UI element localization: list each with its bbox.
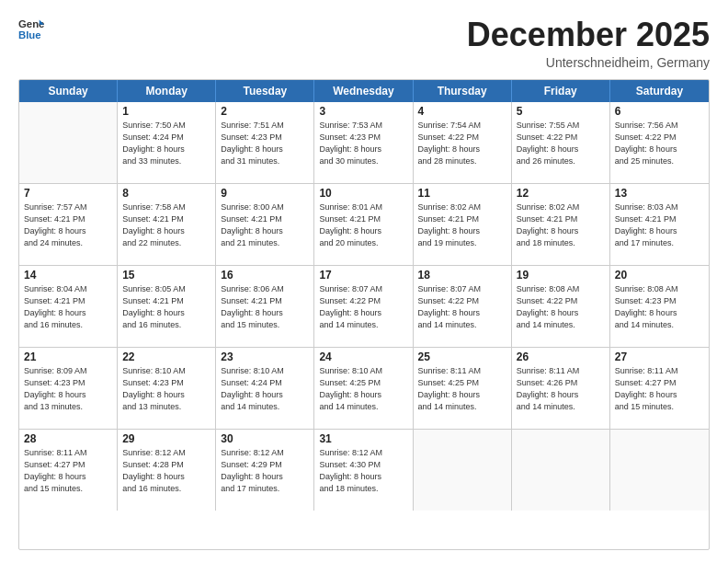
day-info: Sunrise: 7:57 AM Sunset: 4:21 PM Dayligh… — [24, 201, 112, 249]
day-number: 27 — [615, 350, 704, 363]
day-cell-empty — [610, 430, 709, 511]
day-number: 26 — [517, 350, 605, 363]
day-number: 17 — [319, 269, 407, 282]
day-cell-empty — [414, 430, 512, 511]
day-number: 11 — [418, 187, 506, 200]
day-info: Sunrise: 8:10 AM Sunset: 4:23 PM Dayligh… — [122, 365, 210, 413]
day-info: Sunrise: 8:11 AM Sunset: 4:27 PM Dayligh… — [24, 447, 112, 495]
day-cell-21: 21Sunrise: 8:09 AM Sunset: 4:23 PM Dayli… — [19, 348, 118, 429]
day-info: Sunrise: 8:11 AM Sunset: 4:25 PM Dayligh… — [418, 365, 506, 413]
calendar-week-2: 7Sunrise: 7:57 AM Sunset: 4:21 PM Daylig… — [19, 184, 709, 266]
day-number: 2 — [221, 105, 309, 118]
day-number: 8 — [122, 187, 210, 200]
day-number: 7 — [24, 187, 112, 200]
header: General Blue December 2025 Unterschneidh… — [18, 17, 710, 70]
day-info: Sunrise: 8:10 AM Sunset: 4:25 PM Dayligh… — [319, 365, 407, 413]
day-cell-9: 9Sunrise: 8:00 AM Sunset: 4:21 PM Daylig… — [216, 184, 314, 265]
svg-text:Blue: Blue — [18, 29, 41, 40]
day-cell-empty — [19, 102, 118, 183]
day-number: 10 — [319, 187, 407, 200]
calendar-body: 1Sunrise: 7:50 AM Sunset: 4:24 PM Daylig… — [19, 102, 709, 511]
day-info: Sunrise: 7:56 AM Sunset: 4:22 PM Dayligh… — [615, 120, 704, 167]
day-cell-31: 31Sunrise: 8:12 AM Sunset: 4:30 PM Dayli… — [314, 430, 413, 511]
calendar-week-3: 14Sunrise: 8:04 AM Sunset: 4:21 PM Dayli… — [19, 266, 709, 348]
day-info: Sunrise: 8:02 AM Sunset: 4:21 PM Dayligh… — [517, 201, 605, 249]
header-day-wednesday: Wednesday — [314, 80, 413, 102]
day-cell-27: 27Sunrise: 8:11 AM Sunset: 4:27 PM Dayli… — [610, 348, 709, 429]
day-cell-8: 8Sunrise: 7:58 AM Sunset: 4:21 PM Daylig… — [118, 184, 216, 265]
day-number: 18 — [418, 269, 506, 282]
day-cell-18: 18Sunrise: 8:07 AM Sunset: 4:22 PM Dayli… — [414, 266, 512, 347]
day-number: 22 — [122, 350, 210, 363]
header-day-tuesday: Tuesday — [216, 80, 314, 102]
day-info: Sunrise: 8:02 AM Sunset: 4:21 PM Dayligh… — [418, 201, 506, 249]
day-cell-23: 23Sunrise: 8:10 AM Sunset: 4:24 PM Dayli… — [216, 348, 314, 429]
day-info: Sunrise: 8:08 AM Sunset: 4:23 PM Dayligh… — [615, 283, 704, 331]
day-number: 12 — [517, 187, 605, 200]
day-info: Sunrise: 7:50 AM Sunset: 4:24 PM Dayligh… — [122, 120, 210, 167]
day-cell-19: 19Sunrise: 8:08 AM Sunset: 4:22 PM Dayli… — [512, 266, 610, 347]
day-cell-6: 6Sunrise: 7:56 AM Sunset: 4:22 PM Daylig… — [610, 102, 709, 183]
header-day-sunday: Sunday — [19, 80, 118, 102]
day-cell-10: 10Sunrise: 8:01 AM Sunset: 4:21 PM Dayli… — [314, 184, 413, 265]
day-number: 4 — [418, 105, 506, 118]
day-info: Sunrise: 8:12 AM Sunset: 4:29 PM Dayligh… — [221, 447, 309, 495]
day-number: 23 — [221, 350, 309, 363]
day-number: 30 — [221, 432, 309, 445]
logo-icon: General Blue — [18, 17, 44, 42]
day-info: Sunrise: 8:00 AM Sunset: 4:21 PM Dayligh… — [221, 201, 309, 249]
day-number: 14 — [24, 269, 112, 282]
day-number: 24 — [319, 350, 407, 363]
day-number: 25 — [418, 350, 506, 363]
day-info: Sunrise: 8:04 AM Sunset: 4:21 PM Dayligh… — [24, 283, 112, 331]
day-info: Sunrise: 8:06 AM Sunset: 4:21 PM Dayligh… — [221, 283, 309, 331]
day-number: 28 — [24, 432, 112, 445]
day-number: 16 — [221, 269, 309, 282]
day-cell-5: 5Sunrise: 7:55 AM Sunset: 4:22 PM Daylig… — [512, 102, 610, 183]
day-info: Sunrise: 8:05 AM Sunset: 4:21 PM Dayligh… — [122, 283, 210, 331]
day-cell-3: 3Sunrise: 7:53 AM Sunset: 4:23 PM Daylig… — [314, 102, 413, 183]
day-info: Sunrise: 7:51 AM Sunset: 4:23 PM Dayligh… — [221, 120, 309, 167]
day-cell-15: 15Sunrise: 8:05 AM Sunset: 4:21 PM Dayli… — [118, 266, 216, 347]
day-cell-25: 25Sunrise: 8:11 AM Sunset: 4:25 PM Dayli… — [414, 348, 512, 429]
day-number: 15 — [122, 269, 210, 282]
day-number: 13 — [615, 187, 704, 200]
day-cell-29: 29Sunrise: 8:12 AM Sunset: 4:28 PM Dayli… — [118, 430, 216, 511]
day-cell-14: 14Sunrise: 8:04 AM Sunset: 4:21 PM Dayli… — [19, 266, 118, 347]
day-number: 21 — [24, 350, 112, 363]
day-cell-12: 12Sunrise: 8:02 AM Sunset: 4:21 PM Dayli… — [512, 184, 610, 265]
day-info: Sunrise: 8:09 AM Sunset: 4:23 PM Dayligh… — [24, 365, 112, 413]
header-day-saturday: Saturday — [610, 80, 709, 102]
day-info: Sunrise: 8:12 AM Sunset: 4:30 PM Dayligh… — [319, 447, 407, 495]
calendar-week-4: 21Sunrise: 8:09 AM Sunset: 4:23 PM Dayli… — [19, 348, 709, 430]
day-cell-30: 30Sunrise: 8:12 AM Sunset: 4:29 PM Dayli… — [216, 430, 314, 511]
header-day-monday: Monday — [118, 80, 216, 102]
day-cell-1: 1Sunrise: 7:50 AM Sunset: 4:24 PM Daylig… — [118, 102, 216, 183]
day-number: 6 — [615, 105, 704, 118]
day-info: Sunrise: 8:07 AM Sunset: 4:22 PM Dayligh… — [319, 283, 407, 331]
day-number: 3 — [319, 105, 407, 118]
day-cell-11: 11Sunrise: 8:02 AM Sunset: 4:21 PM Dayli… — [414, 184, 512, 265]
month-title: December 2025 — [467, 17, 710, 53]
day-cell-16: 16Sunrise: 8:06 AM Sunset: 4:21 PM Dayli… — [216, 266, 314, 347]
day-info: Sunrise: 8:10 AM Sunset: 4:24 PM Dayligh… — [221, 365, 309, 413]
location-subtitle: Unterschneidheim, Germany — [467, 55, 710, 70]
calendar-header: SundayMondayTuesdayWednesdayThursdayFrid… — [19, 80, 709, 102]
day-cell-17: 17Sunrise: 8:07 AM Sunset: 4:22 PM Dayli… — [314, 266, 413, 347]
day-number: 1 — [122, 105, 210, 118]
day-info: Sunrise: 7:54 AM Sunset: 4:22 PM Dayligh… — [418, 120, 506, 167]
day-cell-24: 24Sunrise: 8:10 AM Sunset: 4:25 PM Dayli… — [314, 348, 413, 429]
day-info: Sunrise: 7:53 AM Sunset: 4:23 PM Dayligh… — [319, 120, 407, 167]
calendar: SundayMondayTuesdayWednesdayThursdayFrid… — [18, 79, 710, 550]
day-info: Sunrise: 8:11 AM Sunset: 4:26 PM Dayligh… — [517, 365, 605, 413]
day-info: Sunrise: 8:03 AM Sunset: 4:21 PM Dayligh… — [615, 201, 704, 249]
day-number: 5 — [517, 105, 605, 118]
day-info: Sunrise: 8:01 AM Sunset: 4:21 PM Dayligh… — [319, 201, 407, 249]
calendar-week-1: 1Sunrise: 7:50 AM Sunset: 4:24 PM Daylig… — [19, 102, 709, 184]
day-number: 19 — [517, 269, 605, 282]
day-cell-7: 7Sunrise: 7:57 AM Sunset: 4:21 PM Daylig… — [19, 184, 118, 265]
day-number: 29 — [122, 432, 210, 445]
day-cell-22: 22Sunrise: 8:10 AM Sunset: 4:23 PM Dayli… — [118, 348, 216, 429]
page: General Blue December 2025 Unterschneidh… — [0, 0, 728, 563]
day-info: Sunrise: 7:58 AM Sunset: 4:21 PM Dayligh… — [122, 201, 210, 249]
